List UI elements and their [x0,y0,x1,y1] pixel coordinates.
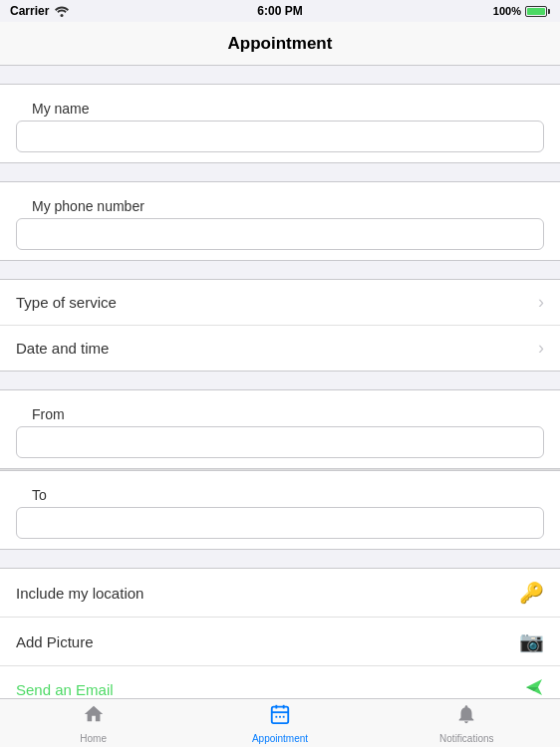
svg-rect-12 [275,715,277,717]
home-icon [83,703,105,731]
type-of-service-label: Type of service [16,294,117,311]
date-time-row[interactable]: Date and time › [0,326,560,371]
wifi-icon [54,5,70,17]
status-right: 100% [493,5,550,17]
date-time-label: Date and time [16,340,109,357]
add-picture-row[interactable]: Add Picture 📷 [0,618,560,666]
actions-section: Include my location 🔑 Add Picture 📷 Send… [0,568,560,698]
status-bar: Carrier 6:00 PM 100% [0,0,560,22]
to-label: To [16,479,544,507]
nav-title: Appointment [228,34,333,54]
from-section: From [0,389,560,469]
chevron-right-icon: › [538,292,544,313]
tab-appointment-label: Appointment [252,733,308,744]
battery-icon [525,6,550,17]
send-email-label: Send an Email [16,681,114,698]
spacer-1 [0,66,560,84]
tab-appointment[interactable]: Appointment [186,699,373,747]
from-wrapper: From [0,390,560,468]
tab-bar: Home Appointment Notifications [0,698,560,747]
name-wrapper: My name [0,85,560,162]
phone-input[interactable] [16,218,544,250]
type-of-service-row[interactable]: Type of service › [0,280,560,326]
phone-section: My phone number [0,181,560,261]
tab-home-label: Home [80,733,107,744]
key-icon: 🔑 [519,581,544,605]
main-content: My name My phone number Type of service … [0,66,560,698]
tab-home[interactable]: Home [0,699,186,747]
status-left: Carrier [10,4,70,18]
phone-wrapper: My phone number [0,182,560,260]
to-input[interactable] [16,507,544,539]
carrier-label: Carrier [10,4,49,18]
spacer-5 [0,550,560,568]
to-wrapper: To [0,471,560,549]
service-date-section: Type of service › Date and time › [0,279,560,372]
status-time: 6:00 PM [257,4,302,18]
email-send-icon [524,678,544,698]
name-section: My name [0,84,560,163]
to-section: To [0,470,560,550]
camera-icon: 📷 [519,629,544,653]
svg-rect-8 [272,706,289,723]
spacer-4 [0,372,560,389]
name-label: My name [16,93,544,121]
send-email-row[interactable]: Send an Email [0,666,560,698]
svg-rect-14 [283,715,285,717]
tab-notifications-label: Notifications [439,733,493,744]
svg-point-0 [61,14,64,17]
name-input[interactable] [16,121,544,152]
nav-bar: Appointment [0,22,560,66]
notifications-icon [455,703,477,731]
spacer-3 [0,261,560,279]
include-location-row[interactable]: Include my location 🔑 [0,569,560,618]
phone-label: My phone number [16,190,544,218]
chevron-right-icon-2: › [538,338,544,359]
appointment-icon [269,703,291,731]
battery-pct: 100% [493,5,521,17]
tab-notifications[interactable]: Notifications [374,699,560,747]
from-input[interactable] [16,426,544,458]
spacer-2 [0,163,560,181]
include-location-label: Include my location [16,585,143,602]
from-label: From [16,398,544,426]
svg-rect-13 [279,715,281,717]
add-picture-label: Add Picture [16,633,94,650]
